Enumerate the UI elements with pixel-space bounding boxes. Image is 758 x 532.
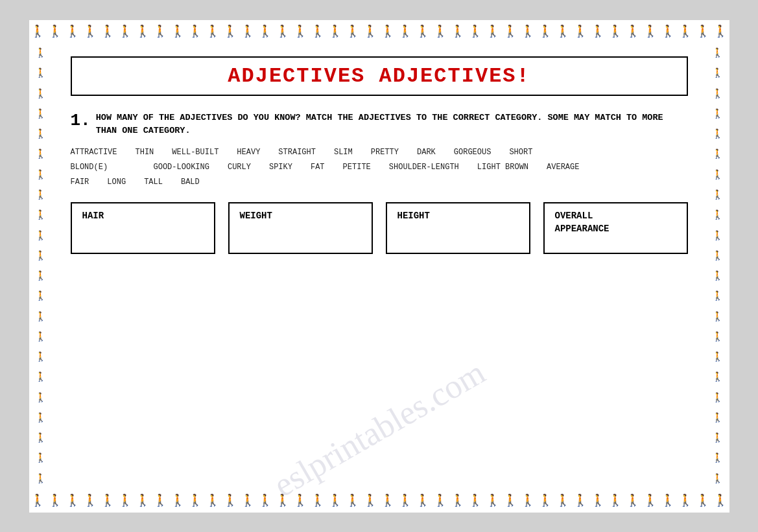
border-person-icon: 🚶 <box>416 495 430 507</box>
border-person-icon: 🚶 <box>712 393 723 402</box>
border-person-icon: 🚶 <box>346 495 360 507</box>
border-person-icon: 🚶 <box>503 495 517 507</box>
word: LONG <box>107 175 126 190</box>
word: ATTRACTIVE <box>71 145 117 160</box>
word: CURLY <box>228 160 251 175</box>
question-text: HOW MANY OF THE ADJECTIVES DO YOU KNOW? … <box>96 111 688 138</box>
border-person-icon: 🚶 <box>35 251 46 260</box>
border-person-icon: 🚶 <box>398 26 412 38</box>
border-person-icon: 🚶 <box>433 495 447 507</box>
border-person-icon: 🚶 <box>712 191 723 200</box>
border-person-icon: 🚶 <box>713 495 728 507</box>
word: PRETTY <box>371 145 399 160</box>
word: SLIM <box>334 145 353 160</box>
border-person-icon: 🚶 <box>223 26 237 38</box>
word: LIGHT BROWN <box>477 160 528 175</box>
border-person-icon: 🚶 <box>83 26 97 38</box>
border-person-icon: 🚶 <box>311 495 325 507</box>
border-person-icon: 🚶 <box>206 495 220 507</box>
word: HEAVY <box>237 145 260 160</box>
word: THIN <box>136 145 154 160</box>
border-person-icon: 🚶 <box>712 353 723 362</box>
border-person-icon: 🚶 <box>591 495 605 507</box>
border-person-icon: 🚶 <box>363 495 377 507</box>
border-person-icon: 🚶 <box>712 413 723 422</box>
word: GORGEOUS <box>454 145 492 160</box>
border-person-icon: 🚶 <box>712 130 723 139</box>
category-overall: OVERALLAPPEARANCE <box>543 202 688 254</box>
border-person-icon: 🚶 <box>35 69 46 78</box>
border-person-icon: 🚶 <box>48 26 62 38</box>
category-weight: WEIGHT <box>228 202 373 254</box>
border-person-icon: 🚶 <box>678 26 693 38</box>
border-person-icon: 🚶 <box>591 26 605 38</box>
border-person-icon: 🚶 <box>153 495 167 507</box>
border-person-icon: 🚶 <box>538 495 552 507</box>
word: SHORT <box>509 145 532 160</box>
category-label-overall: OVERALLAPPEARANCE <box>555 211 610 234</box>
border-person-icon: 🚶 <box>35 110 46 119</box>
border-person-icon: 🚶 <box>712 110 723 119</box>
border-person-icon: 🚶 <box>276 495 290 507</box>
border-person-icon: 🚶 <box>451 495 465 507</box>
category-hair: HAIR <box>71 202 215 254</box>
border-person-icon: 🚶 <box>35 191 46 200</box>
border-person-icon: 🚶 <box>311 26 325 38</box>
border-person-icon: 🚶 <box>608 26 622 38</box>
border-person-icon: 🚶 <box>712 454 723 463</box>
border-bottom: 🚶 🚶 🚶 🚶 🚶 🚶 🚶 🚶 🚶 🚶 🚶 🚶 🚶 🚶 🚶 🚶 🚶 🚶 🚶 🚶 … <box>29 489 729 513</box>
border-top: 🚶 🚶 🚶 🚶 🚶 🚶 🚶 🚶 🚶 🚶 🚶 🚶 🚶 🚶 🚶 🚶 🚶 🚶 🚶 🚶 … <box>29 20 729 43</box>
word: BALD <box>181 175 200 190</box>
border-person-icon: 🚶 <box>381 26 395 38</box>
border-person-icon: 🚶 <box>712 272 723 281</box>
title-box: ADJECTIVES ADJECTIVES! <box>71 56 688 96</box>
border-person-icon: 🚶 <box>83 495 97 507</box>
border-person-icon: 🚶 <box>556 26 570 38</box>
border-person-icon: 🚶 <box>35 272 46 281</box>
border-person-icon: 🚶 <box>381 495 395 507</box>
border-person-icon: 🚶 <box>433 26 447 38</box>
question-1-header: 1. HOW MANY OF THE ADJECTIVES DO YOU KNO… <box>71 111 688 138</box>
border-person-icon: 🚶 <box>101 495 115 507</box>
border-person-icon: 🚶 <box>363 26 377 38</box>
border-person-icon: 🚶 <box>35 373 46 382</box>
border-person-icon: 🚶 <box>35 332 46 341</box>
border-person-icon: 🚶 <box>35 89 46 98</box>
border-person-icon: 🚶 <box>712 434 723 443</box>
border-person-icon: 🚶 <box>328 26 342 38</box>
word-list: ATTRACTIVE THIN WELL-BUILT HEAVY STRAIGH… <box>71 145 688 189</box>
word: BLOND(E) <box>71 160 108 175</box>
word-list-row-1: ATTRACTIVE THIN WELL-BUILT HEAVY STRAIGH… <box>71 145 688 160</box>
border-person-icon: 🚶 <box>573 495 587 507</box>
border-person-icon: 🚶 <box>712 89 723 98</box>
border-person-icon: 🚶 <box>451 26 465 38</box>
border-person-icon: 🚶 <box>35 170 46 179</box>
word: TALL <box>144 175 163 190</box>
word: STRAIGHT <box>278 145 316 160</box>
word: SHOULDER-LENGTH <box>389 160 459 175</box>
border-person-icon: 🚶 <box>258 26 272 38</box>
border-person-icon: 🚶 <box>712 332 723 341</box>
page-title: ADJECTIVES ADJECTIVES! <box>228 64 530 88</box>
border-person-icon: 🚶 <box>712 251 723 260</box>
main-content: ADJECTIVES ADJECTIVES! 1. HOW MANY OF TH… <box>58 43 701 489</box>
border-person-icon: 🚶 <box>293 26 307 38</box>
page: 🚶 🚶 🚶 🚶 🚶 🚶 🚶 🚶 🚶 🚶 🚶 🚶 🚶 🚶 🚶 🚶 🚶 🚶 🚶 🚶 … <box>29 20 729 513</box>
border-person-icon: 🚶 <box>35 454 46 463</box>
border-person-icon: 🚶 <box>712 292 723 301</box>
border-person-icon: 🚶 <box>696 26 710 38</box>
word-list-row-3: FAIR LONG TALL BALD <box>71 175 688 190</box>
border-person-icon: 🚶 <box>486 495 500 507</box>
border-person-icon: 🚶 <box>206 26 220 38</box>
word: GOOD-LOOKING <box>154 160 209 175</box>
border-person-icon: 🚶 <box>35 231 46 240</box>
border-person-icon: 🚶 <box>35 353 46 362</box>
border-person-icon: 🚶 <box>712 312 723 321</box>
border-person-icon: 🚶 <box>153 26 167 38</box>
border-person-icon: 🚶 <box>65 495 80 507</box>
word: SPIKY <box>269 160 292 175</box>
border-person-icon: 🚶 <box>538 26 552 38</box>
border-person-icon: 🚶 <box>468 495 482 507</box>
word: WELL-BUILT <box>172 145 219 160</box>
border-person-icon: 🚶 <box>626 26 640 38</box>
